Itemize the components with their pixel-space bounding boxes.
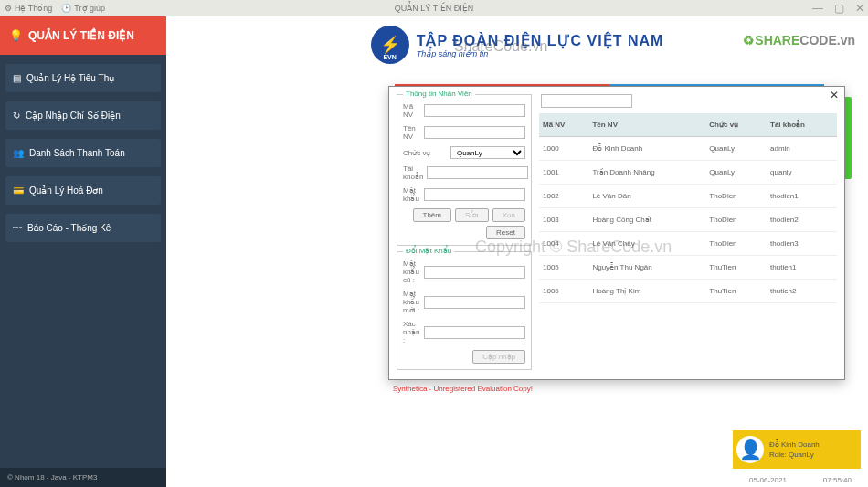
input-xac-nhan[interactable]	[424, 326, 525, 339]
legend-thong-tin: Thông tin Nhân Viên	[403, 90, 475, 98]
modal-close-button[interactable]: ✕	[830, 89, 839, 101]
user-role: Role: QuanLy	[769, 450, 820, 459]
btn-xoa[interactable]: Xoá	[492, 208, 525, 222]
clock-icon: 🕑	[61, 4, 71, 13]
close-button[interactable]: ✕	[855, 2, 864, 15]
eval-note: Synthetica - Unregistered Evaluation Cop…	[393, 385, 533, 393]
label-ten-nv: Tên NV	[403, 124, 420, 141]
table-row[interactable]: 1006Hoàng Thị KimThuTienthutien2	[539, 280, 837, 303]
label-chuc-vu: Chức vụ	[403, 149, 447, 157]
th-tai-khoan[interactable]: Tài khoản	[767, 113, 837, 137]
btn-cap-nhap[interactable]: Cập nhập	[472, 350, 525, 364]
refresh-icon: ↻	[13, 111, 20, 121]
input-mk-cu[interactable]	[424, 266, 525, 279]
label-tai-khoan: Tài khoản	[403, 164, 423, 181]
titlebar: ⚙ Hệ Thống 🕑 Trợ giúp QUẢN LÝ TIỀN ĐIỆN …	[0, 0, 868, 16]
input-search[interactable]	[541, 94, 632, 108]
watermark-top: ShareCode.vn	[454, 38, 547, 55]
select-chuc-vu[interactable]: QuanLy	[450, 146, 525, 159]
btn-sua[interactable]: Sửa	[455, 208, 489, 222]
input-tai-khoan[interactable]	[427, 166, 528, 179]
status-time: 07:55:40	[823, 476, 852, 484]
sidebar-footer: © Nhom 18 - Java - KTPM3	[0, 468, 166, 487]
user-card: 👤 Đỗ Kinh Doanh Role: QuanLy	[733, 430, 861, 469]
evn-logo-icon: ⚡	[371, 26, 409, 64]
table-row[interactable]: 1005Nguyễn Thu NgânThuTienthutien1	[539, 256, 837, 280]
th-ma-nv[interactable]: Mã NV	[539, 113, 588, 137]
user-name: Đỗ Kinh Doanh	[769, 440, 820, 449]
lightbulb-icon: 💡	[9, 29, 23, 42]
menu-hethong[interactable]: ⚙ Hệ Thống	[5, 4, 52, 13]
table-row[interactable]: 1002Lê Văn DânThoDienthodien1	[539, 185, 837, 208]
gear-icon: ⚙	[5, 4, 12, 13]
fieldset-doi-mk: Đổi Mật Khẩu Mật khẩu cũ : Mật khẩu mới …	[397, 251, 532, 370]
window-title: QUẢN LÝ TIỀN ĐIỆN	[395, 4, 473, 13]
label-ma-nv: Mã NV	[403, 102, 420, 119]
fieldset-thong-tin-nv: Thông tin Nhân Viên Mã NV Tên NV Chức vụ…	[397, 94, 532, 246]
th-chuc-vu[interactable]: Chức vụ	[705, 113, 767, 137]
input-mat-khau[interactable]	[424, 188, 525, 201]
sidebar-item-bao-cao[interactable]: 〰Báo Cáo - Thống Kê	[5, 214, 161, 242]
content-area: ♻SHARECODE.vn ⚡ TẬP ĐOÀN ĐIỆN LỰC VIỆT N…	[166, 16, 868, 487]
people-icon: 👥	[13, 148, 24, 158]
sidebar-item-chi-so-dien[interactable]: ↻Cập Nhập Chỉ Số Điện	[5, 101, 161, 130]
sidebar-header: 💡 QUẢN LÝ TIỀN ĐIỆN	[0, 16, 166, 55]
table-row[interactable]: 1001Trần Doanh NhângQuanLyquanly	[539, 161, 837, 185]
maximize-button[interactable]: ▢	[834, 2, 844, 15]
label-mk-cu: Mật khẩu cũ :	[403, 259, 420, 284]
document-icon: ▤	[13, 73, 21, 83]
chart-icon: 〰	[13, 223, 22, 233]
status-bar: 05-06-2021 07:55:40	[740, 473, 861, 487]
sidebar-item-hoa-don[interactable]: 💳Quản Lý Hoá Đơn	[5, 176, 161, 205]
label-mat-khau: Mật khẩu	[403, 186, 420, 203]
table-row[interactable]: 1004Lê Văn ChâyThoDienthodien3	[539, 232, 837, 256]
input-mk-moi[interactable]	[424, 296, 525, 309]
input-ma-nv[interactable]	[424, 104, 525, 117]
btn-reset[interactable]: Reset	[486, 226, 525, 239]
status-date: 05-06-2021	[749, 476, 787, 484]
sidebar-item-ho-tieu-thu[interactable]: ▤Quản Lý Hộ Tiêu Thụ	[5, 64, 161, 92]
avatar-icon: 👤	[736, 436, 764, 463]
table-row[interactable]: 1003Hoàng Công ChấtThoDienthodien2	[539, 208, 837, 232]
btn-them[interactable]: Thêm	[413, 208, 451, 222]
modal-nhan-vien: ✕ Thông tin Nhân Viên Mã NV Tên NV Chức …	[388, 86, 845, 380]
menu-trogiup[interactable]: 🕑 Trợ giúp	[61, 4, 105, 13]
table-row[interactable]: 1000Đỗ Kinh DoanhQuanLyadmin	[539, 137, 837, 161]
input-ten-nv[interactable]	[424, 126, 525, 139]
card-icon: 💳	[13, 185, 24, 196]
legend-doi-mk: Đổi Mật Khẩu	[403, 247, 454, 255]
sidebar: 💡 QUẢN LÝ TIỀN ĐIỆN ▤Quản Lý Hộ Tiêu Thụ…	[0, 16, 166, 487]
th-ten-nv[interactable]: Tên NV	[588, 113, 705, 137]
label-xac-nhan: Xác nhận :	[403, 320, 420, 344]
label-mk-moi: Mật khẩu mới :	[403, 290, 420, 314]
minimize-button[interactable]: —	[812, 2, 823, 15]
sidebar-item-thanh-toan[interactable]: 👥Danh Sách Thanh Toán	[5, 139, 161, 167]
table-nhan-vien: Mã NV Tên NV Chức vụ Tài khoản 1000Đỗ Ki…	[539, 113, 837, 303]
